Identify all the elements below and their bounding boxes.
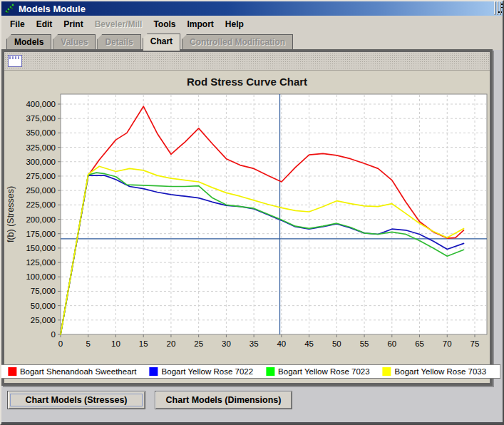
plot-background [61, 94, 487, 334]
legend-label: Bogart Yellow Rose 7033 [395, 367, 487, 376]
x-tick-label: 60 [387, 339, 396, 348]
menu-item-print[interactable]: Print [58, 17, 88, 31]
y-axis-title: f(b) (Stresses) [6, 186, 16, 242]
x-tick-label: 35 [250, 339, 259, 348]
y-tick-label: 25,000 [31, 316, 56, 324]
y-tick-label: 250,000 [26, 186, 56, 195]
y-tick-label: 75,000 [31, 287, 56, 295]
y-tick-label: 300,000 [26, 158, 56, 166]
menu-item-beveler-mill[interactable]: Beveler/Mill [89, 17, 148, 31]
x-tick-label: 45 [304, 339, 314, 348]
y-tick-label: 125,000 [26, 258, 56, 267]
tab-controlled-modification[interactable]: Controlled Modification [182, 34, 293, 50]
app-window: Models Module × FileEditPrintBeveler/Mil… [0, 0, 504, 425]
menu-item-file[interactable]: File [4, 17, 31, 31]
legend-label: Bogart Shenandoah Sweetheart [20, 367, 137, 376]
window-bottom-edge [1, 422, 503, 424]
x-tick-label: 40 [277, 339, 286, 348]
close-icon: × [500, 1, 504, 11]
menu-bar: FileEditPrintBeveler/MillToolsImportHelp [1, 16, 503, 34]
legend-swatch-icon [383, 367, 391, 376]
x-tick-label: 15 [139, 339, 148, 348]
y-tick-label: 400,000 [26, 100, 56, 108]
legend-item-bogart-yellow-rose-7022: Bogart Yellow Rose 7022 [150, 367, 254, 376]
chart-plot-area[interactable]: 025,00050,00075,000100,000125,000150,000… [4, 88, 490, 353]
y-tick-label: 175,000 [26, 230, 56, 238]
app-icon [4, 3, 16, 14]
title-bar[interactable]: Models Module × [1, 1, 503, 16]
tab-values[interactable]: Values [53, 34, 96, 50]
y-tick-label: 275,000 [26, 172, 56, 180]
x-tick-label: 70 [443, 339, 452, 348]
button-chart-models-stresses[interactable]: Chart Models (Stresses) [7, 391, 145, 409]
button-chart-models-dimensions[interactable]: Chart Models (Dimensions) [155, 391, 292, 409]
tab-details[interactable]: Details [97, 34, 140, 50]
x-tick-label: 25 [194, 339, 203, 348]
x-tick-label: 10 [111, 339, 120, 348]
tab-models[interactable]: Models [6, 34, 51, 50]
legend-swatch-icon [8, 367, 16, 376]
window-controls: × [493, 2, 501, 15]
chart-content-frame: Rod Stress Curve Chart 025,00050,00075,0… [1, 49, 493, 386]
menu-item-help[interactable]: Help [220, 17, 250, 31]
chart-window-icon[interactable] [8, 55, 22, 67]
maximize-button[interactable] [497, 1, 498, 15]
x-tick-label: 55 [360, 339, 369, 348]
tab-chart[interactable]: Chart [143, 34, 180, 51]
legend-item-bogart-shenandoah-sweetheart: Bogart Shenandoah Sweetheart [8, 367, 137, 376]
x-tick-label: 5 [86, 339, 91, 348]
y-tick-label: 225,000 [26, 200, 56, 209]
y-tick-label: 200,000 [26, 215, 56, 224]
window-title: Models Module [19, 4, 493, 14]
legend-swatch-icon [150, 367, 158, 376]
menu-item-edit[interactable]: Edit [31, 17, 58, 31]
x-tick-label: 65 [415, 339, 424, 348]
y-tick-label: 325,000 [26, 143, 56, 152]
x-tick-label: 75 [470, 339, 480, 348]
chart-legend: Bogart Shenandoah SweetheartBogart Yello… [0, 364, 500, 379]
menu-item-import[interactable]: Import [182, 17, 220, 31]
minimize-button[interactable] [494, 1, 495, 15]
toolbar [4, 52, 490, 71]
y-tick-label: 50,000 [31, 302, 56, 310]
button-row: Chart Models (Stresses)Chart Models (Dim… [1, 389, 503, 412]
y-tick-label: 0 [51, 330, 56, 339]
menu-item-tools[interactable]: Tools [148, 17, 181, 31]
legend-item-bogart-yellow-rose-7023: Bogart Yellow Rose 7023 [266, 367, 370, 376]
legend-swatch-icon [266, 367, 274, 376]
chart-panel: Rod Stress Curve Chart 025,00050,00075,0… [4, 71, 490, 382]
y-tick-label: 375,000 [26, 114, 56, 123]
x-tick-label: 30 [222, 339, 231, 348]
close-button[interactable]: × [500, 1, 501, 15]
y-tick-label: 350,000 [26, 128, 56, 137]
legend-item-bogart-yellow-rose-7033: Bogart Yellow Rose 7033 [383, 367, 487, 376]
tab-strip: ModelsValuesDetailsChartControlled Modif… [1, 34, 503, 50]
x-tick-label: 0 [58, 339, 63, 348]
legend-label: Bogart Yellow Rose 7023 [278, 367, 370, 376]
chart-title: Rod Stress Curve Chart [4, 71, 490, 88]
x-tick-label: 20 [167, 339, 176, 348]
x-tick-label: 50 [332, 339, 341, 348]
y-tick-label: 100,000 [26, 272, 56, 281]
legend-label: Bogart Yellow Rose 7022 [162, 367, 254, 376]
y-tick-label: 150,000 [26, 244, 56, 252]
